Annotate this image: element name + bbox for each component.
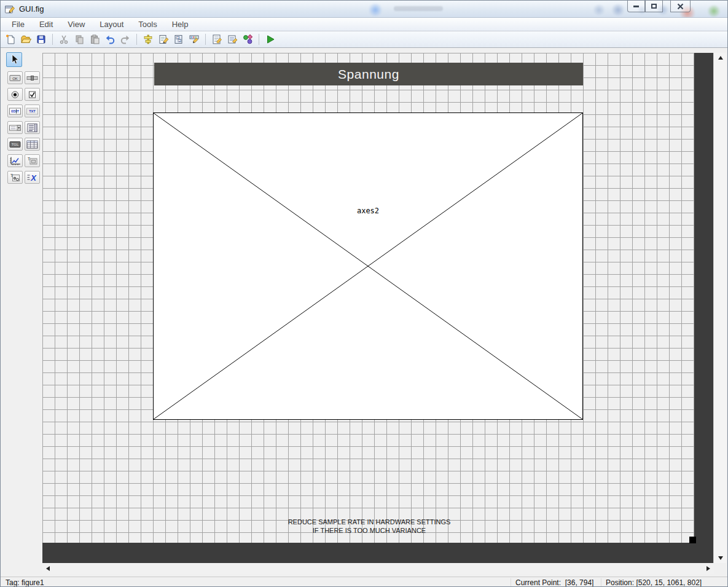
menu-layout[interactable]: Layout (92, 18, 131, 30)
minimize-button[interactable] (627, 1, 645, 12)
glass-reflection (611, 4, 625, 16)
maximize-icon (651, 4, 657, 9)
editor-icon (211, 34, 222, 45)
static-text-tool[interactable]: TXT (25, 104, 40, 117)
undo-button[interactable] (104, 33, 116, 45)
glass-reflection (394, 6, 443, 11)
redo-button[interactable] (119, 33, 131, 45)
property-inspector-button[interactable] (226, 33, 238, 45)
check-box-tool[interactable] (25, 88, 40, 101)
copy-button[interactable] (73, 33, 85, 45)
vertical-scrollbar[interactable] (713, 53, 726, 563)
out-of-figure-area (42, 543, 694, 563)
run-button[interactable] (264, 33, 276, 45)
paste-button[interactable] (88, 33, 101, 45)
axes-icon (9, 156, 22, 166)
new-figure-button[interactable] (4, 33, 17, 45)
scroll-right-arrow-icon[interactable] (706, 566, 710, 571)
minimize-icon (633, 6, 639, 7)
svg-text:X: X (30, 173, 37, 183)
toolbar-separator (136, 34, 137, 45)
edit-text-icon: EDIT (9, 106, 22, 116)
note-static-text[interactable]: REDUCE SAMPLE RATE IN HARDWARE SETTINGS … (154, 518, 584, 535)
glass-reflection (368, 3, 383, 17)
window-controls (627, 1, 691, 12)
close-button[interactable] (670, 1, 691, 12)
button-group-icon: T (9, 173, 22, 183)
window-title: GUI.fig (19, 4, 44, 14)
editor-button[interactable] (211, 33, 223, 45)
table-tool[interactable] (25, 138, 40, 151)
status-current-point: Current Point: [36, 794] (515, 578, 593, 587)
svg-text:T: T (28, 157, 30, 161)
component-palette: OK EDIT (1, 48, 42, 577)
axes-placeholder[interactable]: axes2 (153, 112, 583, 420)
save-figure-button[interactable] (35, 33, 47, 45)
position-value: [520, 15, 1061, 802] (636, 578, 702, 587)
radio-button-icon (9, 90, 22, 100)
listbox-tool[interactable] (25, 121, 40, 134)
object-browser-button[interactable] (241, 33, 254, 45)
check-box-icon (26, 90, 39, 100)
menu-editor-icon (158, 34, 169, 45)
copy-icon (74, 34, 85, 45)
radio-button-tool[interactable] (7, 88, 23, 101)
maximize-button[interactable] (645, 1, 663, 12)
scroll-left-arrow-icon[interactable] (46, 566, 50, 571)
menu-editor-button[interactable] (157, 33, 170, 45)
slider-tool[interactable] (25, 71, 40, 84)
horizontal-scrollbar[interactable] (42, 563, 714, 574)
menu-view[interactable]: View (60, 18, 92, 30)
save-figure-icon (36, 34, 47, 45)
activex-control-tool[interactable]: X (25, 171, 40, 184)
figure-resize-handle[interactable] (689, 537, 696, 543)
toggle-button-tool[interactable]: TGL (7, 138, 23, 151)
pop-up-menu-tool[interactable] (7, 121, 23, 134)
new-figure-icon (5, 34, 16, 45)
toolbar-editor-button[interactable] (188, 33, 200, 45)
static-text-banner[interactable]: Spannung (154, 63, 583, 85)
activex-icon: X (26, 173, 39, 183)
status-bar: Tag: figure1 Current Point: [36, 794] Po… (1, 577, 727, 587)
close-icon (677, 3, 684, 10)
table-icon (26, 140, 39, 149)
axes-tool[interactable] (7, 154, 23, 167)
open-figure-button[interactable] (20, 33, 32, 45)
title-bar[interactable]: GUI.fig (1, 1, 727, 18)
menu-edit[interactable]: Edit (32, 18, 60, 30)
position-label: Position: (606, 578, 634, 587)
paste-icon (89, 34, 100, 45)
push-button-tool[interactable]: OK (7, 71, 23, 84)
property-inspector-icon (227, 34, 238, 45)
select-arrow-icon (9, 54, 19, 65)
cut-button[interactable] (58, 33, 70, 45)
layout-workspace: OK EDIT (1, 48, 727, 577)
push-button-icon: OK (9, 73, 22, 83)
menu-file[interactable]: File (4, 18, 32, 30)
scroll-down-arrow-icon[interactable] (718, 556, 723, 560)
menu-bar: File Edit View Layout Tools Help (1, 18, 727, 31)
menu-tools[interactable]: Tools (131, 18, 164, 30)
object-browser-icon (242, 34, 253, 45)
select-tool-button[interactable] (6, 52, 22, 67)
open-figure-icon (20, 34, 31, 45)
toolbar-separator (259, 34, 259, 45)
axes-diagonals (154, 113, 582, 419)
button-group-tool[interactable]: T (7, 171, 23, 184)
guide-window: { "window": { "title": "GUI.fig", "icon"… (0, 0, 728, 587)
scroll-up-arrow-icon[interactable] (718, 56, 723, 60)
axes-tag-label: axes2 (356, 207, 380, 215)
current-point-label: Current Point: (515, 578, 561, 587)
edit-text-tool[interactable]: EDIT (7, 104, 23, 117)
undo-icon (104, 34, 115, 45)
align-objects-button[interactable] (142, 33, 154, 45)
panel-tool[interactable]: T (25, 154, 40, 167)
toolbar-editor-icon (189, 34, 200, 45)
tab-order-editor-button[interactable]: 1 2 (173, 33, 185, 45)
run-icon (265, 34, 276, 45)
menu-help[interactable]: Help (165, 18, 196, 30)
toggle-button-icon: TGL (9, 140, 22, 149)
svg-text:TGL: TGL (12, 143, 19, 146)
toolbar: 1 2 (1, 31, 727, 48)
status-divider (511, 578, 511, 587)
